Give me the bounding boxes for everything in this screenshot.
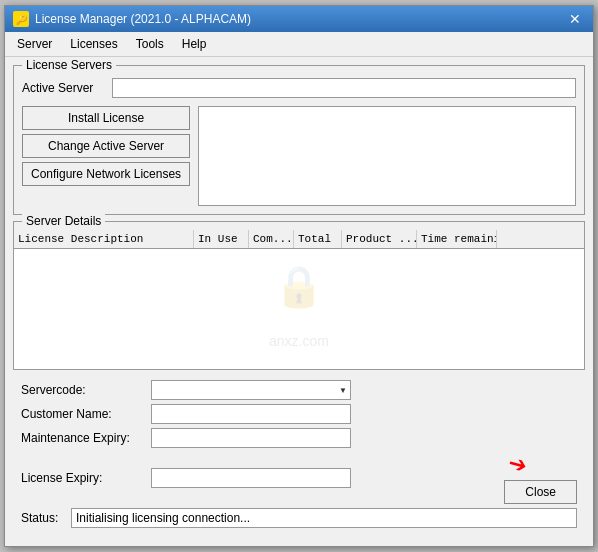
change-active-server-button[interactable]: Change Active Server [22,134,190,158]
maintenance-expiry-row: Maintenance Expiry: [13,428,585,448]
close-area: ➔ Close [351,452,577,504]
active-server-label: Active Server [22,81,112,95]
maintenance-expiry-input[interactable] [151,428,351,448]
red-arrow-icon: ➔ [506,450,530,480]
main-content: License Servers Active Server Install Li… [5,57,593,546]
menu-bar: Server Licenses Tools Help [5,32,593,57]
active-server-input[interactable] [112,78,576,98]
license-expiry-input[interactable] [151,468,351,488]
th-inuse: In Use [194,230,249,248]
status-value: Initialising licensing connection... [71,508,577,528]
th-time: Time remaini [417,230,497,248]
th-total: Total [294,230,342,248]
status-row: Status: Initialising licensing connectio… [13,508,585,534]
menu-licenses[interactable]: Licenses [62,34,125,54]
table-header: License Description In Use Com... Total … [14,230,584,249]
th-comp: Com... [249,230,294,248]
license-expiry-row: License Expiry: ➔ Close [13,452,585,504]
servercode-select-wrapper [151,380,351,400]
customer-name-input[interactable] [151,404,351,424]
license-expiry-label: License Expiry: [21,471,151,485]
customer-name-label: Customer Name: [21,407,151,421]
app-icon: 🔑 [13,11,29,27]
customer-name-row: Customer Name: [13,404,585,424]
servercode-select[interactable] [151,380,351,400]
title-bar-left: 🔑 License Manager (2021.0 - ALPHACAM) [13,11,251,27]
servercode-row: Servercode: [13,380,585,400]
servercode-label: Servercode: [21,383,151,397]
server-list-box [198,106,576,206]
table-body: 🔒anxz.com [14,249,584,369]
table-container: License Description In Use Com... Total … [14,230,584,369]
server-details-label: Server Details [22,214,105,228]
buttons-column: Install License Change Active Server Con… [22,106,190,206]
configure-network-button[interactable]: Configure Network Licenses [22,162,190,186]
status-label: Status: [21,511,71,525]
form-area: Servercode: Customer Name: Maintenance E… [13,376,585,538]
window-title: License Manager (2021.0 - ALPHACAM) [35,12,251,26]
maintenance-expiry-label: Maintenance Expiry: [21,431,151,445]
server-details-section: Server Details License Description In Us… [13,221,585,370]
menu-help[interactable]: Help [174,34,215,54]
watermark: 🔒anxz.com [269,263,329,355]
title-bar: 🔑 License Manager (2021.0 - ALPHACAM) ✕ [5,6,593,32]
license-servers-label: License Servers [22,58,116,72]
license-servers-group: License Servers Active Server Install Li… [13,65,585,215]
main-window: 🔑 License Manager (2021.0 - ALPHACAM) ✕ … [4,5,594,547]
install-license-button[interactable]: Install License [22,106,190,130]
th-product: Product ... [342,230,417,248]
license-servers-body: Install License Change Active Server Con… [22,106,576,206]
menu-server[interactable]: Server [9,34,60,54]
close-window-button[interactable]: ✕ [565,12,585,26]
close-button[interactable]: Close [504,480,577,504]
menu-tools[interactable]: Tools [128,34,172,54]
active-server-row: Active Server [22,78,576,98]
th-description: License Description [14,230,194,248]
